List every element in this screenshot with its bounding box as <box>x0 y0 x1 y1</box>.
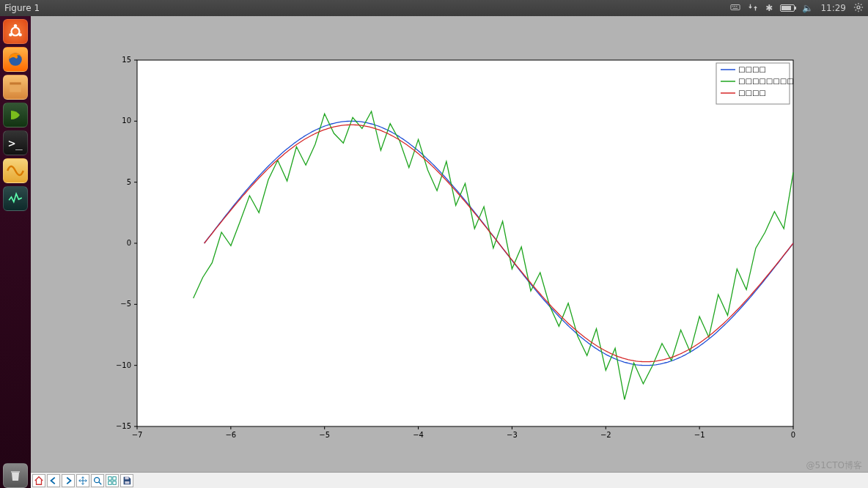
svg-point-14 <box>12 28 20 36</box>
svg-rect-2 <box>735 6 736 7</box>
figure-window: −7−6−5−4−3−2−10−15−10−5051015□□□□□□□□□□□… <box>31 16 868 488</box>
plot-area: −7−6−5−4−3−2−10−15−10−5051015□□□□□□□□□□□… <box>31 16 868 472</box>
forward-button[interactable] <box>62 474 75 487</box>
home-button[interactable] <box>32 474 45 487</box>
back-button[interactable] <box>47 474 60 487</box>
svg-rect-3 <box>736 6 738 7</box>
svg-rect-4 <box>733 7 738 8</box>
svg-text:□□□□□□□□: □□□□□□□□ <box>738 77 794 85</box>
svg-text:□□□□: □□□□ <box>738 89 766 97</box>
system-tray: ✱ 🔈 11:29 <box>730 2 864 15</box>
window-title: Figure 1 <box>4 3 40 13</box>
svg-rect-21 <box>11 471 20 473</box>
svg-text:−3: −3 <box>507 431 518 439</box>
svg-text:−1: −1 <box>694 431 705 439</box>
monitor-icon[interactable] <box>3 186 28 211</box>
svg-text:−15: −15 <box>116 422 131 430</box>
svg-rect-1 <box>732 6 734 7</box>
svg-text:10: 10 <box>122 117 131 125</box>
svg-rect-19 <box>10 82 21 84</box>
svg-point-60 <box>95 477 100 482</box>
svg-rect-65 <box>113 481 116 484</box>
pan-button[interactable] <box>76 474 89 487</box>
svg-rect-64 <box>108 481 111 484</box>
svg-text:−4: −4 <box>413 431 424 439</box>
svg-rect-62 <box>108 476 111 479</box>
svg-rect-67 <box>125 481 129 484</box>
svg-point-17 <box>18 33 21 36</box>
wave-icon[interactable] <box>3 158 28 183</box>
svg-line-11 <box>861 10 861 10</box>
terminal-icon[interactable]: >_ <box>3 130 28 155</box>
svg-line-13 <box>861 4 861 4</box>
svg-text:−7: −7 <box>132 431 143 439</box>
svg-point-15 <box>14 24 17 27</box>
nvidia-icon[interactable] <box>3 103 28 127</box>
gear-icon[interactable] <box>853 2 864 15</box>
svg-line-10 <box>856 4 856 4</box>
chart: −7−6−5−4−3−2−10−15−10−5051015□□□□□□□□□□□… <box>31 16 868 472</box>
svg-rect-22 <box>137 60 793 426</box>
battery-icon[interactable] <box>780 4 795 12</box>
matplotlib-toolbar <box>31 472 868 488</box>
svg-line-12 <box>856 10 856 10</box>
menubar: Figure 1 ✱ 🔈 11:29 <box>0 0 868 16</box>
svg-rect-0 <box>731 4 740 10</box>
svg-text:−2: −2 <box>600 431 611 439</box>
svg-rect-66 <box>125 476 128 479</box>
svg-rect-63 <box>113 476 116 479</box>
svg-rect-20 <box>10 85 21 92</box>
subplots-button[interactable] <box>106 474 119 487</box>
svg-text:5: 5 <box>127 178 131 186</box>
svg-point-5 <box>857 5 860 8</box>
svg-point-16 <box>9 33 12 36</box>
svg-line-61 <box>99 481 102 484</box>
volume-icon[interactable]: 🔈 <box>802 3 813 13</box>
svg-text:□□□□: □□□□ <box>738 65 766 73</box>
svg-text:−6: −6 <box>225 431 236 439</box>
dash-icon[interactable] <box>3 19 28 44</box>
save-button[interactable] <box>120 474 133 487</box>
svg-text:−5: −5 <box>120 300 131 308</box>
firefox-icon[interactable] <box>3 47 28 72</box>
clock[interactable]: 11:29 <box>820 3 846 13</box>
svg-text:0: 0 <box>791 431 795 439</box>
svg-text:−10: −10 <box>116 361 131 369</box>
trash-icon[interactable] <box>3 463 28 488</box>
zoom-button[interactable] <box>91 474 104 487</box>
launcher: >_ <box>0 16 31 488</box>
files-icon[interactable] <box>3 75 28 100</box>
watermark: @51CTO博客 <box>806 459 862 472</box>
svg-text:−5: −5 <box>319 431 330 439</box>
svg-text:0: 0 <box>127 239 131 247</box>
bluetooth-icon[interactable]: ✱ <box>765 3 773 13</box>
svg-text:15: 15 <box>122 56 131 64</box>
keyboard-icon[interactable] <box>730 2 740 15</box>
network-icon[interactable] <box>748 2 758 15</box>
